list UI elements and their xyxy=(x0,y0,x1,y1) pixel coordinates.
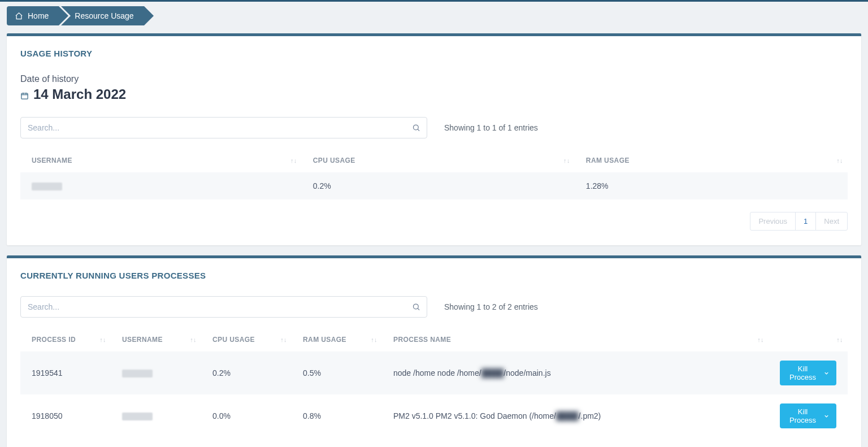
processes-col-name[interactable]: PROCESS NAME ↑↓ xyxy=(382,328,769,351)
sort-icon: ↑↓ xyxy=(99,337,106,343)
process-pid-cell: 1919541 xyxy=(20,351,111,394)
breadcrumb-home-label: Home xyxy=(28,11,49,20)
breadcrumb-current[interactable]: Resource Usage xyxy=(61,6,144,25)
process-cpu-cell: 0.2% xyxy=(201,351,292,394)
history-page-1-button[interactable]: 1 xyxy=(795,212,816,231)
kill-process-button[interactable]: Kill Process xyxy=(780,403,836,428)
history-entries-text: Showing 1 to 1 of 1 entries xyxy=(444,123,538,132)
processes-col-cpu[interactable]: CPU USAGE ↑↓ xyxy=(201,328,292,351)
sort-icon: ↑↓ xyxy=(563,158,570,164)
kill-process-label: Kill Process xyxy=(787,407,819,424)
history-username-cell: ██████ xyxy=(32,183,62,190)
process-ram-cell: 0.8% xyxy=(292,394,382,437)
sort-icon: ↑↓ xyxy=(280,337,287,343)
table-row: ██████ 0.2% 1.28% xyxy=(20,172,848,199)
processes-col-pid[interactable]: PROCESS ID ↑↓ xyxy=(20,328,111,351)
processes-search-input[interactable] xyxy=(20,296,427,318)
date-of-history-label: Date of history xyxy=(20,74,848,84)
home-icon xyxy=(15,12,23,20)
process-pid-cell: 1918050 xyxy=(20,394,111,437)
sort-icon: ↑↓ xyxy=(371,337,377,343)
calendar-icon[interactable] xyxy=(20,92,29,100)
processes-col-ram[interactable]: RAM USAGE ↑↓ xyxy=(292,328,382,351)
usage-history-panel: USAGE HISTORY Date of history 14 March 2… xyxy=(7,33,861,245)
date-of-history-row: 14 March 2022 xyxy=(20,86,848,102)
process-ram-cell: 0.5% xyxy=(292,351,382,394)
chevron-down-icon xyxy=(823,370,830,376)
processes-search-box xyxy=(20,296,427,318)
history-cpu-cell: 0.2% xyxy=(302,172,575,199)
process-cpu-cell: 0.0% xyxy=(201,394,292,437)
process-username-cell: ██████ xyxy=(122,413,153,420)
breadcrumb-current-label: Resource Usage xyxy=(75,11,133,20)
history-pagination: Previous 1 Next xyxy=(20,212,848,231)
processes-col-actions[interactable]: ↑↓ xyxy=(769,328,848,351)
sort-icon: ↑↓ xyxy=(290,158,297,164)
processes-title: CURRENTLY RUNNING USERS PROCESSES xyxy=(20,271,848,280)
history-search-input[interactable] xyxy=(20,117,427,138)
kill-process-label: Kill Process xyxy=(787,364,819,381)
kill-process-button[interactable]: Kill Process xyxy=(780,361,836,385)
history-col-ram[interactable]: RAM USAGE ↑↓ xyxy=(575,149,848,172)
processes-table: PROCESS ID ↑↓ USERNAME ↑↓ CPU USAGE ↑↓ R… xyxy=(20,328,848,437)
processes-panel: CURRENTLY RUNNING USERS PROCESSES Showin… xyxy=(7,255,861,447)
history-col-cpu[interactable]: CPU USAGE ↑↓ xyxy=(302,149,575,172)
sort-icon: ↑↓ xyxy=(190,337,197,343)
table-row: 1919541 ██████ 0.2% 0.5% node /home node… xyxy=(20,351,848,394)
sort-icon: ↑↓ xyxy=(836,337,843,343)
sort-icon: ↑↓ xyxy=(836,158,843,164)
history-search-box xyxy=(20,117,427,138)
process-name-cell: PM2 v5.1.0 PM2 v5.1.0: God Daemon (/home… xyxy=(382,394,769,437)
breadcrumb: Home Resource Usage xyxy=(0,2,868,31)
history-col-username[interactable]: USERNAME ↑↓ xyxy=(20,149,302,172)
history-prev-button[interactable]: Previous xyxy=(750,212,796,231)
process-name-cell: node /home node /home/████/node/main.js xyxy=(382,351,769,394)
history-ram-cell: 1.28% xyxy=(575,172,848,199)
chevron-down-icon xyxy=(823,413,830,419)
breadcrumb-home[interactable]: Home xyxy=(7,6,59,25)
process-username-cell: ██████ xyxy=(122,370,153,377)
history-table: USERNAME ↑↓ CPU USAGE ↑↓ RAM USAGE ↑↓ ██… xyxy=(20,149,848,199)
processes-col-username[interactable]: USERNAME ↑↓ xyxy=(111,328,201,351)
usage-history-title: USAGE HISTORY xyxy=(20,49,848,58)
processes-entries-text: Showing 1 to 2 of 2 entries xyxy=(444,302,538,311)
sort-icon: ↑↓ xyxy=(757,337,764,343)
table-row: 1918050 ██████ 0.0% 0.8% PM2 v5.1.0 PM2 … xyxy=(20,394,848,437)
date-of-history-value: 14 March 2022 xyxy=(33,86,126,102)
history-next-button[interactable]: Next xyxy=(815,212,848,231)
svg-rect-0 xyxy=(21,93,28,99)
